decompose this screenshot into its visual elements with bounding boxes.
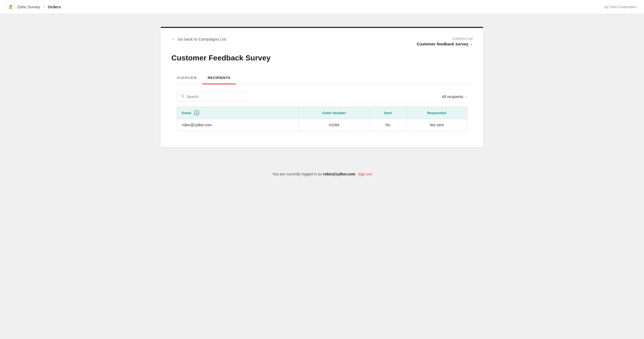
- collector-dropdown[interactable]: Customer feedback survey ⌄: [417, 42, 473, 46]
- search-box[interactable]: [177, 92, 247, 101]
- tab-recipients[interactable]: RECIPIENTS: [202, 72, 236, 84]
- cell-email[interactable]: robin@zylker.com: [177, 119, 299, 131]
- collector-section: Collector List Customer feedback survey …: [417, 37, 473, 46]
- cell-order: #1064: [299, 119, 370, 131]
- main-content: ← Go back to Campaigns List Collector Li…: [0, 14, 644, 163]
- topbar-by: by Zoho Corporation: [604, 5, 636, 9]
- search-filter-row: All recipients ⌄: [177, 92, 467, 101]
- filter-label: All recipients: [442, 95, 463, 99]
- back-link-label: Go back to Campaigns List: [178, 37, 226, 41]
- col-header-order: Order Number: [299, 107, 370, 119]
- survey-title: Customer Feedback Survey: [171, 54, 473, 62]
- search-input[interactable]: [187, 95, 243, 99]
- col-header-responded: Responded: [406, 107, 467, 119]
- app-name: Zoho Survey: [17, 5, 40, 9]
- zoho-logo-icon: [8, 3, 15, 11]
- cell-sent: No: [369, 119, 406, 131]
- table-row: robin@zylker.com #1064 No Not sent: [177, 119, 467, 131]
- svg-line-2: [183, 97, 184, 98]
- back-link-row: ← Go back to Campaigns List Collector Li…: [171, 37, 473, 46]
- section-title: Orders: [48, 5, 61, 9]
- footer-email: robin@zylker.com: [323, 172, 355, 176]
- back-arrow-icon: ←: [171, 37, 176, 41]
- collector-value-text: Customer feedback survey: [417, 42, 468, 46]
- footer-prefix: You are currently logged in as: [272, 172, 322, 176]
- download-icon[interactable]: [194, 110, 199, 116]
- search-icon: [181, 94, 185, 99]
- card-inner: ← Go back to Campaigns List Collector Li…: [161, 28, 483, 147]
- collector-label: Collector List: [417, 37, 473, 41]
- tab-overview[interactable]: OVERVIEW: [171, 72, 202, 84]
- breadcrumb-separator: /: [43, 5, 44, 9]
- table-header-row: Email Order Number Sent R: [177, 107, 467, 119]
- filter-dropdown[interactable]: All recipients ⌄: [442, 95, 467, 99]
- tab-content-recipients: All recipients ⌄ Email: [171, 84, 473, 136]
- topbar-left: Zoho Survey / Orders: [8, 3, 61, 11]
- footer: You are currently logged in as robin@zyl…: [0, 163, 644, 183]
- recipients-table: Email Order Number Sent R: [177, 107, 467, 131]
- chevron-down-icon: ⌄: [470, 42, 473, 46]
- col-header-email: Email: [177, 107, 299, 119]
- back-to-campaigns-link[interactable]: ← Go back to Campaigns List: [171, 37, 226, 41]
- filter-chevron-icon: ⌄: [465, 95, 467, 98]
- col-header-sent: Sent: [369, 107, 406, 119]
- topbar: Zoho Survey / Orders by Zoho Corporation: [0, 0, 644, 14]
- cell-responded: Not sent: [406, 119, 467, 131]
- tabs-bar: OVERVIEW RECIPIENTS: [171, 72, 473, 84]
- sign-out-link[interactable]: Sign out: [358, 172, 372, 176]
- main-card: ← Go back to Campaigns List Collector Li…: [161, 27, 483, 147]
